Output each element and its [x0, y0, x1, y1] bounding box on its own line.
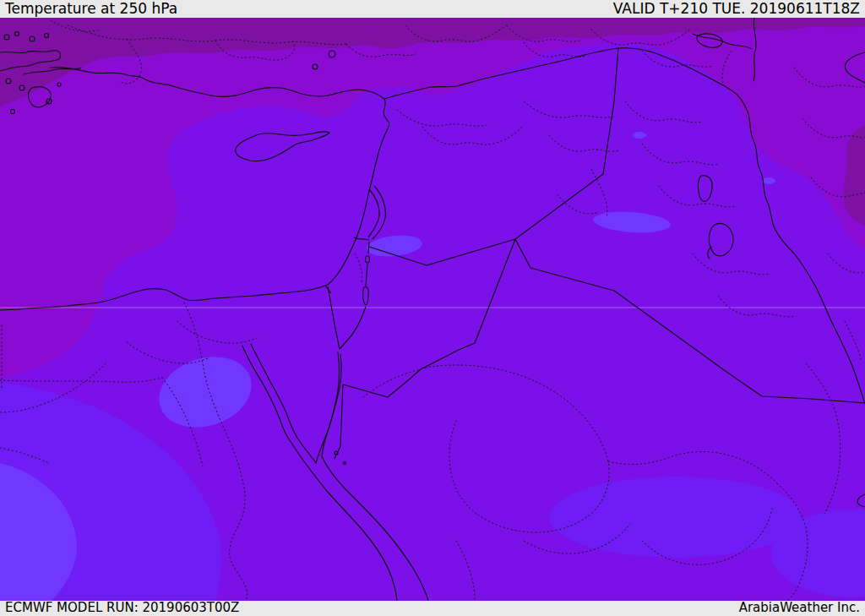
temp-region-level4 — [762, 177, 775, 184]
valid-time-label: VALID T+210 TUE. 20190611T18Z — [613, 0, 860, 17]
title-bar: Temperature at 250 hPa VALID T+210 TUE. … — [0, 0, 865, 18]
model-run-label: ECMWF MODEL RUN: 20190603T00Z — [5, 601, 239, 615]
map-title: Temperature at 250 hPa — [5, 0, 177, 17]
map-area — [0, 18, 865, 601]
temp-region-level0 — [362, 30, 419, 48]
weather-map — [0, 18, 865, 601]
temp-region-level3 — [549, 477, 802, 558]
temperature-field — [0, 18, 865, 601]
footer-bar: ECMWF MODEL RUN: 20190603T00Z ArabiaWeat… — [0, 601, 865, 616]
weather-map-page: Temperature at 250 hPa VALID T+210 TUE. … — [0, 0, 865, 616]
credit-label: ArabiaWeather Inc. — [739, 601, 860, 615]
temp-region-level4 — [633, 132, 646, 139]
